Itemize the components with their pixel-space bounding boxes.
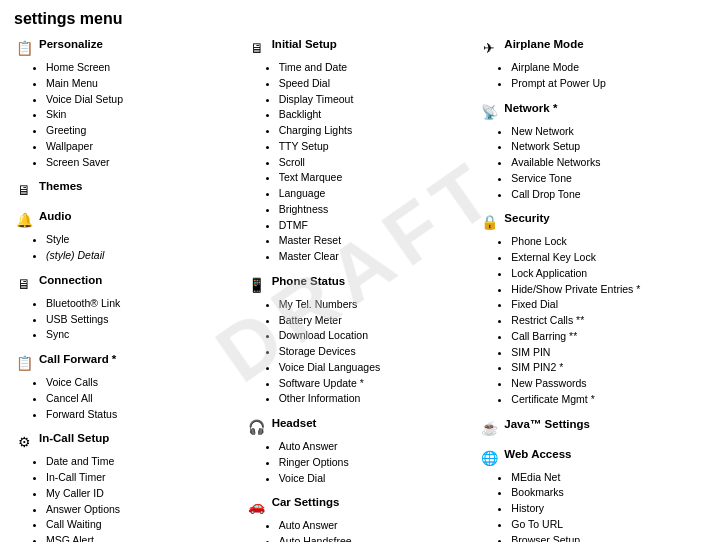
menu-section-security: 🔒SecurityPhone LockExternal Key LockLock…	[479, 212, 702, 407]
list-item: Bluetooth® Link	[46, 296, 237, 312]
list-item: Auto Handsfree	[279, 534, 470, 542]
in-call-setup-icon: ⚙	[14, 432, 34, 452]
section-title-phone-status: Phone Status	[272, 275, 345, 287]
section-header-security: 🔒Security	[479, 212, 702, 232]
list-item: Answer Options	[46, 502, 237, 518]
list-item: Lock Application	[511, 266, 702, 282]
menu-column: 📋PersonalizeHome ScreenMain MenuVoice Di…	[14, 38, 237, 542]
list-item: Voice Dial Setup	[46, 92, 237, 108]
list-item: My Tel. Numbers	[279, 297, 470, 313]
list-item: (style) Detail	[46, 248, 237, 264]
list-item: Bookmarks	[511, 485, 702, 501]
section-title-audio: Audio	[39, 210, 72, 222]
list-item: Screen Saver	[46, 155, 237, 171]
list-item: New Network	[511, 124, 702, 140]
call-forward-icon: 📋	[14, 353, 34, 373]
list-item: SIM PIN	[511, 345, 702, 361]
menu-column: ✈Airplane ModeAirplane ModePrompt at Pow…	[479, 38, 702, 542]
section-items-call-forward: Voice CallsCancel AllForward Status	[14, 375, 237, 422]
list-item: Browser Setup	[511, 533, 702, 543]
list-item: Auto Answer	[279, 518, 470, 534]
list-item: Voice Dial	[279, 471, 470, 487]
list-item: Auto Answer	[279, 439, 470, 455]
menu-section-car-settings: 🚗Car SettingsAuto AnswerAuto HandsfreePo…	[247, 496, 470, 542]
section-header-call-forward: 📋Call Forward *	[14, 353, 237, 373]
list-item: Prompt at Power Up	[511, 76, 702, 92]
list-item: Scroll	[279, 155, 470, 171]
list-item: Style	[46, 232, 237, 248]
list-item: Time and Date	[279, 60, 470, 76]
menu-section-java-settings: ☕Java™ Settings	[479, 418, 702, 438]
section-items-airplane-mode: Airplane ModePrompt at Power Up	[479, 60, 702, 92]
section-header-audio: 🔔Audio	[14, 210, 237, 230]
list-item: Other Information	[279, 391, 470, 407]
menu-section-call-forward: 📋Call Forward *Voice CallsCancel AllForw…	[14, 353, 237, 422]
list-item: Voice Calls	[46, 375, 237, 391]
list-item: History	[511, 501, 702, 517]
menu-section-audio: 🔔AudioStyle(style) Detail	[14, 210, 237, 264]
list-item: In-Call Timer	[46, 470, 237, 486]
section-items-personalize: Home ScreenMain MenuVoice Dial SetupSkin…	[14, 60, 237, 170]
menu-section-connection: 🖥ConnectionBluetooth® LinkUSB SettingsSy…	[14, 274, 237, 343]
list-item: Master Reset	[279, 233, 470, 249]
menu-grid: 📋PersonalizeHome ScreenMain MenuVoice Di…	[14, 38, 702, 542]
list-item: Display Timeout	[279, 92, 470, 108]
headset-icon: 🎧	[247, 417, 267, 437]
section-title-java-settings: Java™ Settings	[504, 418, 590, 430]
list-item: Fixed Dial	[511, 297, 702, 313]
list-item: Main Menu	[46, 76, 237, 92]
list-item: Restrict Calls **	[511, 313, 702, 329]
section-items-security: Phone LockExternal Key LockLock Applicat…	[479, 234, 702, 407]
airplane-mode-icon: ✈	[479, 38, 499, 58]
list-item: Hide/Show Private Entries *	[511, 282, 702, 298]
section-title-call-forward: Call Forward *	[39, 353, 116, 365]
list-item: MSG Alert	[46, 533, 237, 542]
section-title-headset: Headset	[272, 417, 317, 429]
menu-section-web-access: 🌐Web AccessMEdia NetBookmarksHistoryGo T…	[479, 448, 702, 543]
section-title-personalize: Personalize	[39, 38, 103, 50]
list-item: Go To URL	[511, 517, 702, 533]
list-item: Language	[279, 186, 470, 202]
section-items-phone-status: My Tel. NumbersBattery MeterDownload Loc…	[247, 297, 470, 407]
list-item: Date and Time	[46, 454, 237, 470]
section-title-initial-setup: Initial Setup	[272, 38, 337, 50]
list-item: USB Settings	[46, 312, 237, 328]
section-items-in-call-setup: Date and TimeIn-Call TimerMy Caller IDAn…	[14, 454, 237, 542]
section-header-personalize: 📋Personalize	[14, 38, 237, 58]
page-title: settings menu	[14, 10, 702, 28]
list-item: Storage Devices	[279, 344, 470, 360]
list-item: Call Barring **	[511, 329, 702, 345]
menu-section-initial-setup: 🖥Initial SetupTime and DateSpeed DialDis…	[247, 38, 470, 265]
list-item: Network Setup	[511, 139, 702, 155]
section-header-java-settings: ☕Java™ Settings	[479, 418, 702, 438]
section-title-web-access: Web Access	[504, 448, 571, 460]
section-title-network: Network *	[504, 102, 557, 114]
list-item: Battery Meter	[279, 313, 470, 329]
section-header-car-settings: 🚗Car Settings	[247, 496, 470, 516]
menu-section-network: 📡Network *New NetworkNetwork SetupAvaila…	[479, 102, 702, 203]
menu-section-headset: 🎧HeadsetAuto AnswerRinger OptionsVoice D…	[247, 417, 470, 486]
list-item: Backlight	[279, 107, 470, 123]
phone-status-icon: 📱	[247, 275, 267, 295]
list-item: TTY Setup	[279, 139, 470, 155]
section-header-network: 📡Network *	[479, 102, 702, 122]
section-title-car-settings: Car Settings	[272, 496, 340, 508]
section-items-car-settings: Auto AnswerAuto HandsfreePower-Off Delay…	[247, 518, 470, 542]
list-item: Ringer Options	[279, 455, 470, 471]
section-title-airplane-mode: Airplane Mode	[504, 38, 583, 50]
list-item: Sync	[46, 327, 237, 343]
list-item: SIM PIN2 *	[511, 360, 702, 376]
list-item: Software Update *	[279, 376, 470, 392]
list-item: DTMF	[279, 218, 470, 234]
list-item: Certificate Mgmt *	[511, 392, 702, 408]
menu-section-personalize: 📋PersonalizeHome ScreenMain MenuVoice Di…	[14, 38, 237, 170]
list-item: Text Marquee	[279, 170, 470, 186]
list-item: Charging Lights	[279, 123, 470, 139]
list-item: Speed Dial	[279, 76, 470, 92]
section-header-in-call-setup: ⚙In-Call Setup	[14, 432, 237, 452]
security-icon: 🔒	[479, 212, 499, 232]
menu-section-airplane-mode: ✈Airplane ModeAirplane ModePrompt at Pow…	[479, 38, 702, 92]
section-title-in-call-setup: In-Call Setup	[39, 432, 109, 444]
list-item: Airplane Mode	[511, 60, 702, 76]
connection-icon: 🖥	[14, 274, 34, 294]
